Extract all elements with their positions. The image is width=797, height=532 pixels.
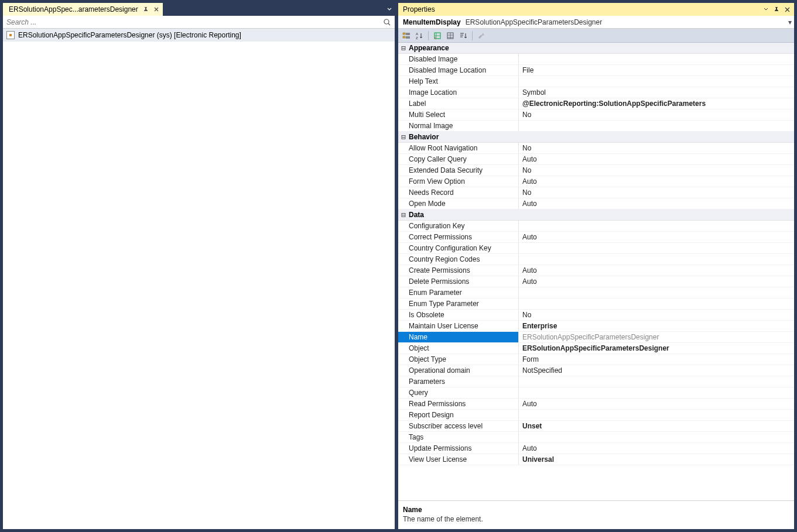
categorize-button[interactable] [401, 30, 412, 42]
property-value[interactable] [519, 298, 794, 309]
autohide-pin-icon[interactable] [772, 5, 781, 14]
close-icon[interactable] [782, 5, 792, 14]
property-row[interactable]: Label@ElectronicReporting:SolutionAppSpe… [398, 98, 794, 109]
property-value[interactable] [519, 121, 794, 131]
property-value[interactable]: Auto [519, 232, 794, 242]
grid-view-button[interactable] [444, 30, 456, 42]
svg-rect-1 [403, 33, 405, 35]
property-row[interactable]: Configuration Key [398, 221, 794, 232]
collapse-icon[interactable]: ⊟ [398, 211, 409, 219]
property-row[interactable]: Maintain User LicenseEnterprise [398, 321, 794, 332]
tree-root-item[interactable]: ERSolutionAppSpecificParametersDesigner … [3, 29, 395, 42]
object-selector[interactable]: MenuItemDisplay ERSolutionAppSpecificPar… [398, 16, 794, 29]
property-row[interactable]: Report Design [398, 410, 794, 421]
property-row[interactable]: Country Region Codes [398, 254, 794, 265]
property-value[interactable]: Auto [519, 198, 794, 209]
property-value[interactable] [519, 243, 794, 253]
property-value[interactable]: Unset [519, 421, 794, 431]
property-row[interactable]: Operational domainNotSpecified [398, 365, 794, 376]
property-value[interactable] [519, 221, 794, 231]
pin-icon[interactable] [143, 6, 149, 12]
property-value[interactable] [519, 76, 794, 87]
property-row[interactable]: Delete PermissionsAuto [398, 276, 794, 287]
chevron-down-icon[interactable]: ▾ [786, 18, 794, 26]
property-value[interactable]: Auto [519, 399, 794, 409]
property-row[interactable]: Enum Type Parameter [398, 298, 794, 310]
collapse-icon[interactable]: ⊟ [398, 44, 409, 52]
property-row[interactable]: Disabled Image LocationFile [398, 65, 794, 76]
property-row[interactable]: Copy Caller QueryAuto [398, 154, 794, 165]
property-row[interactable]: Read PermissionsAuto [398, 399, 794, 410]
property-row[interactable]: Enum Parameter [398, 287, 794, 298]
property-value[interactable] [519, 254, 794, 265]
tab-overflow-dropdown[interactable] [384, 3, 395, 16]
property-value[interactable]: No [519, 187, 794, 198]
property-name: Needs Record [398, 187, 519, 198]
category-header[interactable]: ⊟Data [398, 210, 794, 221]
property-row[interactable]: Correct PermissionsAuto [398, 232, 794, 243]
sort-button[interactable] [457, 30, 469, 42]
document-tab[interactable]: ERSolutionAppSpec...arametersDesigner [3, 3, 163, 16]
property-grid[interactable]: ⊟AppearanceDisabled ImageDisabled Image … [398, 43, 794, 500]
property-row[interactable]: Tags [398, 432, 794, 443]
property-row[interactable]: Query [398, 387, 794, 399]
search-icon[interactable] [382, 18, 392, 26]
property-value[interactable] [519, 287, 794, 298]
property-value[interactable] [519, 432, 794, 442]
property-value[interactable] [519, 54, 794, 64]
property-row[interactable]: Country Configuration Key [398, 243, 794, 254]
collapse-icon[interactable]: ⊟ [398, 133, 409, 141]
property-value[interactable]: Form [519, 354, 794, 365]
property-row[interactable]: Parameters [398, 376, 794, 387]
property-row[interactable]: ObjectERSolutionAppSpecificParametersDes… [398, 343, 794, 354]
property-value[interactable]: No [519, 109, 794, 120]
property-row[interactable]: Help Text [398, 76, 794, 87]
search-input[interactable] [6, 18, 382, 26]
property-value[interactable] [519, 410, 794, 420]
property-row[interactable]: Object TypeForm [398, 354, 794, 365]
svg-point-0 [384, 19, 389, 24]
property-value[interactable]: Enterprise [519, 321, 794, 331]
property-value[interactable]: Auto [519, 176, 794, 187]
property-row[interactable]: Normal Image [398, 121, 794, 132]
property-value[interactable]: Auto [519, 265, 794, 276]
property-name: Help Text [398, 76, 519, 87]
property-value[interactable] [519, 387, 794, 398]
alphabetical-button[interactable]: A Z [413, 30, 425, 42]
property-value[interactable]: Auto [519, 276, 794, 287]
property-value[interactable]: No [519, 310, 794, 320]
window-dropdown-icon[interactable] [761, 5, 771, 14]
property-row[interactable]: View User LicenseUniversal [398, 454, 794, 465]
property-row[interactable]: Subscriber access levelUnset [398, 421, 794, 432]
property-value[interactable]: NotSpecified [519, 365, 794, 376]
property-row[interactable]: Open ModeAuto [398, 198, 794, 210]
property-value[interactable]: No [519, 143, 794, 153]
category-header[interactable]: ⊟Behavior [398, 132, 794, 143]
category-header[interactable]: ⊟Appearance [398, 43, 794, 54]
property-name: Open Mode [398, 198, 519, 209]
property-row[interactable]: Is ObsoleteNo [398, 310, 794, 321]
property-value[interactable]: Symbol [519, 87, 794, 98]
property-row[interactable]: NameERSolutionAppSpecificParametersDesig… [398, 332, 794, 343]
property-value[interactable] [519, 376, 794, 387]
property-value[interactable]: File [519, 65, 794, 75]
property-value[interactable]: Auto [519, 154, 794, 164]
property-value[interactable]: No [519, 165, 794, 176]
property-row[interactable]: Allow Root NavigationNo [398, 143, 794, 154]
property-value[interactable]: Universal [519, 454, 794, 465]
property-value[interactable]: ERSolutionAppSpecificParametersDesigner [519, 332, 794, 342]
property-row[interactable]: Update PermissionsAuto [398, 443, 794, 454]
property-value[interactable]: @ElectronicReporting:SolutionAppSpecific… [519, 98, 794, 109]
property-row[interactable]: Extended Data SecurityNo [398, 165, 794, 176]
property-row[interactable]: Multi SelectNo [398, 109, 794, 121]
property-row[interactable]: Form View OptionAuto [398, 176, 794, 187]
property-row[interactable]: Needs RecordNo [398, 187, 794, 198]
property-row[interactable]: Image LocationSymbol [398, 87, 794, 98]
changed-props-button[interactable] [432, 30, 443, 42]
wrench-icon[interactable] [476, 30, 487, 42]
property-value[interactable]: Auto [519, 443, 794, 454]
property-value[interactable]: ERSolutionAppSpecificParametersDesigner [519, 343, 794, 353]
close-icon[interactable] [153, 6, 159, 12]
property-row[interactable]: Disabled Image [398, 54, 794, 65]
property-row[interactable]: Create PermissionsAuto [398, 265, 794, 276]
